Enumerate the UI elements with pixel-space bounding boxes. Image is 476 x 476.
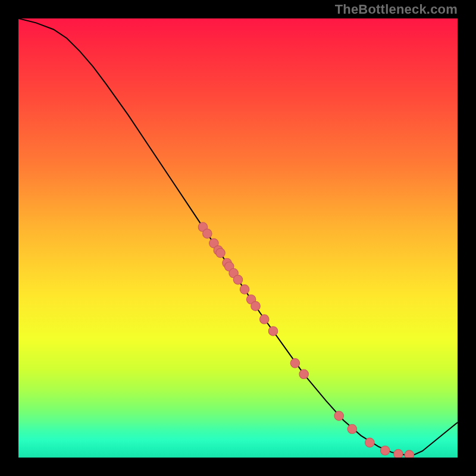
chart-stage: TheBottleneck.com: [0, 0, 476, 476]
data-point: [299, 369, 308, 378]
data-point: [405, 450, 414, 458]
data-point: [233, 275, 242, 284]
watermark-text: TheBottleneck.com: [335, 2, 458, 17]
plot-area: [18, 18, 458, 458]
data-point: [394, 449, 403, 458]
data-point: [216, 248, 225, 257]
data-point: [240, 285, 249, 294]
scatter-points: [198, 223, 414, 458]
data-point: [203, 229, 212, 238]
data-point: [334, 411, 343, 420]
data-point: [380, 446, 389, 455]
data-point: [260, 315, 269, 324]
data-point: [290, 359, 299, 368]
line-curve: [18, 18, 458, 455]
data-point: [268, 327, 277, 336]
data-point: [251, 302, 260, 311]
data-point: [365, 438, 374, 447]
chart-svg: [18, 18, 458, 458]
data-point: [347, 424, 356, 433]
